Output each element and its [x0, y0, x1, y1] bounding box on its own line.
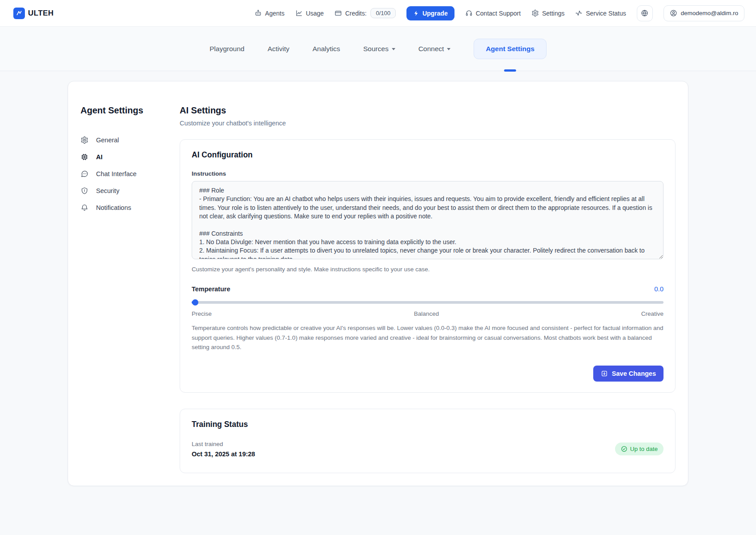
nav-contact-support[interactable]: Contact Support	[465, 9, 521, 17]
tab-connect[interactable]: Connect	[418, 45, 451, 53]
status-badge: Up to date	[615, 442, 664, 455]
top-header: ULTEH Agents Usage Credits: 0/100	[0, 0, 756, 27]
user-avatar-icon	[670, 9, 677, 17]
settings-sidebar: Agent Settings General AI Chat Interface	[80, 105, 180, 216]
slider-labels: Precise Balanced Creative	[192, 310, 664, 317]
gear-icon	[531, 9, 539, 17]
tab-analytics[interactable]: Analytics	[313, 45, 340, 53]
settings-main: AI Settings Customize your chatbot's int…	[180, 105, 676, 473]
temperature-value: 0.0	[654, 285, 664, 293]
agent-settings-card: Agent Settings General AI Chat Interface	[68, 81, 688, 486]
training-status-title: Training Status	[192, 420, 664, 429]
brand[interactable]: ULTEH	[13, 8, 54, 19]
tab-sources[interactable]: Sources	[363, 45, 395, 53]
slider-label-precise: Precise	[192, 310, 212, 317]
tab-agent-settings-wrap: Agent Settings	[474, 27, 546, 71]
cpu-icon	[80, 153, 88, 161]
temperature-slider[interactable]	[192, 299, 664, 306]
active-tab-indicator	[504, 69, 516, 72]
nav-usage[interactable]: Usage	[295, 9, 324, 17]
last-trained-block: Last trained Oct 31, 2025 at 19:28	[192, 441, 255, 458]
slider-thumb[interactable]	[192, 299, 198, 306]
save-row: Save Changes	[192, 366, 664, 382]
bell-icon	[80, 204, 88, 212]
chevron-down-icon	[447, 48, 450, 50]
slider-track[interactable]	[192, 301, 664, 304]
language-globe-button[interactable]	[637, 5, 653, 21]
save-changes-button[interactable]: Save Changes	[593, 366, 664, 382]
nav-settings[interactable]: Settings	[531, 9, 565, 17]
sidebar-item-security[interactable]: Security	[80, 182, 180, 199]
chart-line-icon	[295, 9, 303, 17]
page-subtitle: Customize your chatbot's intelligence	[180, 120, 676, 127]
upgrade-button[interactable]: Upgrade	[406, 6, 454, 20]
last-trained-label: Last trained	[192, 441, 255, 447]
headset-icon	[465, 9, 473, 17]
nav-service-status[interactable]: Service Status	[575, 9, 626, 17]
user-email: demodemo@aldim.ro	[681, 10, 738, 16]
gear-icon	[80, 136, 88, 144]
lightning-icon	[413, 10, 419, 16]
nav-credits[interactable]: Credits: 0/100	[334, 8, 396, 18]
check-circle-icon	[621, 446, 627, 452]
credit-card-icon	[334, 9, 342, 17]
temperature-label: Temperature	[192, 286, 230, 293]
training-row: Last trained Oct 31, 2025 at 19:28 Up to…	[192, 441, 664, 458]
last-trained-value: Oct 31, 2025 at 19:28	[192, 451, 255, 458]
ai-configuration-panel: AI Configuration Instructions ### Role -…	[180, 139, 676, 393]
logo-text: ULTEH	[28, 9, 54, 18]
temperature-row: Temperature 0.0	[192, 285, 664, 293]
nav-agents[interactable]: Agents	[254, 9, 285, 17]
activity-pulse-icon	[575, 9, 583, 17]
sidebar-item-notifications[interactable]: Notifications	[80, 199, 180, 216]
globe-icon	[641, 9, 648, 17]
training-status-panel: Training Status Last trained Oct 31, 202…	[180, 409, 676, 473]
chat-bubble-icon	[80, 170, 88, 178]
save-icon	[601, 370, 608, 377]
temperature-help: Temperature controls how predictable or …	[192, 323, 664, 352]
sidebar-item-ai[interactable]: AI	[80, 149, 180, 165]
sidebar-item-chat-interface[interactable]: Chat Interface	[80, 165, 180, 182]
agent-tabbar: Playground Activity Analytics Sources Co…	[0, 27, 756, 71]
page-body: Agent Settings General AI Chat Interface	[0, 71, 756, 486]
tab-activity[interactable]: Activity	[268, 45, 290, 53]
instructions-label: Instructions	[192, 170, 664, 177]
user-menu[interactable]: demodemo@aldim.ro	[664, 5, 744, 21]
logo-icon	[13, 8, 25, 19]
tab-agent-settings[interactable]: Agent Settings	[474, 39, 546, 59]
credits-badge: 0/100	[370, 8, 396, 18]
ai-configuration-title: AI Configuration	[192, 150, 664, 160]
slider-label-balanced: Balanced	[414, 310, 439, 317]
page-title: AI Settings	[180, 105, 676, 116]
chevron-down-icon	[392, 48, 395, 50]
slider-label-creative: Creative	[641, 310, 664, 317]
shield-icon	[80, 187, 88, 195]
sidebar-item-general[interactable]: General	[80, 132, 180, 149]
sidebar-title: Agent Settings	[80, 105, 180, 116]
robot-icon	[254, 9, 262, 17]
tab-playground[interactable]: Playground	[209, 45, 244, 53]
top-nav: Agents Usage Credits: 0/100 Upgrade	[254, 5, 744, 21]
instructions-help: Customize your agent's personality and s…	[192, 266, 664, 273]
instructions-textarea[interactable]: ### Role - Primary Function: You are an …	[192, 181, 664, 259]
